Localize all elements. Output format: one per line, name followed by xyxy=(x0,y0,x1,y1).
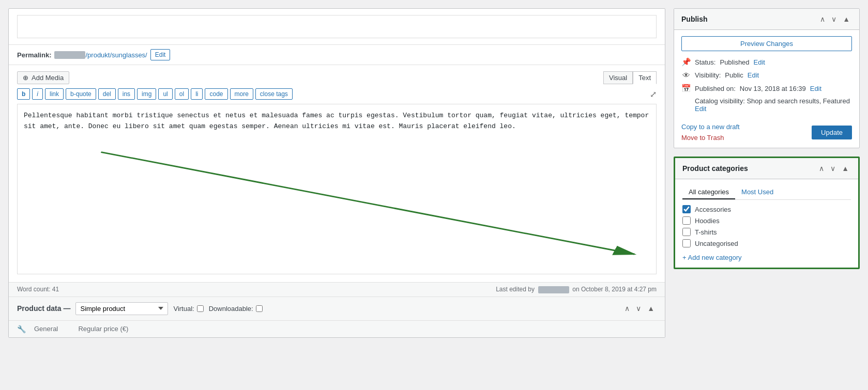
visibility-label: Visibility: xyxy=(695,71,721,79)
category-tshirts-checkbox[interactable] xyxy=(682,228,691,236)
last-edited: Last edited by on October 8, 2019 at 4:2… xyxy=(496,286,657,293)
permalink-edit-button[interactable]: Edit xyxy=(150,49,171,60)
publish-panel: Publish ∧ ∨ ▲ Preview Changes 📌 Status: … xyxy=(674,8,860,148)
category-hoodies[interactable]: Hoodies xyxy=(682,216,851,225)
regular-price-label: Regular price (€) xyxy=(78,325,128,333)
categories-tabs: All categories Most Used xyxy=(682,185,851,200)
publish-panel-header: Publish ∧ ∨ ▲ xyxy=(674,9,859,30)
format-bar: b i link b-quote del ins img ul ol li co… xyxy=(17,88,657,100)
categories-panel-collapse[interactable]: ▲ xyxy=(840,163,851,174)
general-row: 🔧 General Regular price (€) xyxy=(9,320,665,337)
update-button[interactable]: Update xyxy=(812,126,852,139)
category-uncategorised[interactable]: Uncategorised xyxy=(682,239,851,247)
product-data-bar: Product data — Simple product Grouped pr… xyxy=(9,297,665,320)
published-on-edit-link[interactable]: Edit xyxy=(810,85,821,92)
all-categories-tab[interactable]: All categories xyxy=(682,185,735,199)
fmt-more-button[interactable]: more xyxy=(230,88,253,100)
fmt-close-tags-button[interactable]: close tags xyxy=(255,88,293,100)
sidebar: Publish ∧ ∨ ▲ Preview Changes 📌 Status: … xyxy=(674,8,860,338)
category-tshirts[interactable]: T-shirts xyxy=(682,228,851,236)
most-used-tab[interactable]: Most Used xyxy=(735,185,780,199)
fmt-link-button[interactable]: link xyxy=(45,88,64,100)
fullscreen-button[interactable]: ⤢ xyxy=(650,89,657,99)
fmt-del-button[interactable]: del xyxy=(98,88,116,100)
post-title-input[interactable]: Sunglasses xyxy=(17,15,657,38)
virtual-checkbox[interactable] xyxy=(197,305,204,312)
word-count-value: 41 xyxy=(52,286,59,293)
add-new-category-link[interactable]: + Add new category xyxy=(682,254,742,261)
fmt-li-button[interactable]: li xyxy=(191,88,203,100)
fmt-i-button[interactable]: i xyxy=(32,88,43,100)
general-icon: 🔧 xyxy=(17,325,26,333)
visual-tab[interactable]: Visual xyxy=(603,71,633,84)
publish-panel-down[interactable]: ∨ xyxy=(829,14,839,24)
status-icon: 📌 xyxy=(681,57,691,67)
permalink-url[interactable]: ​/produkt/sunglasses/ xyxy=(54,51,147,59)
post-editor: Sunglasses Permalink: ​/produkt/sunglass… xyxy=(8,8,665,338)
move-trash-link[interactable]: Move to Trash xyxy=(681,134,724,142)
categories-panel-body: All categories Most Used Accessories Hoo… xyxy=(675,179,858,268)
editor-textarea[interactable]: Pellentesque habitant morbi tristique se… xyxy=(17,104,657,274)
word-count: Word count: 41 xyxy=(17,286,59,293)
categories-panel-header: Product categories ∧ ∨ ▲ xyxy=(675,158,858,179)
editor-section: ⊕ Add Media Visual Text b i link b-quote… xyxy=(9,65,665,282)
visibility-row: 👁 Visibility: Public Edit xyxy=(681,71,852,80)
product-categories-panel: Product categories ∧ ∨ ▲ All categories … xyxy=(674,157,860,269)
visibility-value: Public xyxy=(725,71,743,79)
fmt-b-button[interactable]: b xyxy=(17,88,30,100)
fmt-img-button[interactable]: img xyxy=(137,88,156,100)
product-data-down[interactable]: ∨ xyxy=(634,303,643,314)
category-hoodies-label: Hoodies xyxy=(695,217,720,225)
editor-footer: Word count: 41 Last edited by on October… xyxy=(9,282,665,297)
status-label: Status: xyxy=(695,58,715,66)
catalog-vis-row: Catalog visibility: Shop and search resu… xyxy=(681,97,852,113)
visibility-edit-link[interactable]: Edit xyxy=(748,71,759,79)
category-hoodies-checkbox[interactable] xyxy=(682,216,691,225)
product-data-text: Product data xyxy=(17,304,62,313)
fmt-ul-button[interactable]: ul xyxy=(158,88,172,100)
categories-panel-down[interactable]: ∨ xyxy=(828,163,837,174)
publish-panel-up[interactable]: ∧ xyxy=(818,14,827,24)
product-type-select[interactable]: Simple product Grouped product External/… xyxy=(75,302,168,315)
status-edit-link[interactable]: Edit xyxy=(754,58,765,66)
permalink-row: Permalink: ​/produkt/sunglasses/ Edit xyxy=(9,45,665,65)
categories-panel-controls: ∧ ∨ ▲ xyxy=(817,163,851,174)
category-accessories[interactable]: Accessories xyxy=(682,205,851,213)
categories-panel-up[interactable]: ∧ xyxy=(817,163,826,174)
general-label: General xyxy=(34,325,58,333)
publish-panel-body: Preview Changes 📌 Status: Published Edit… xyxy=(674,30,859,148)
fmt-bquote-button[interactable]: b-quote xyxy=(66,88,96,100)
category-accessories-checkbox[interactable] xyxy=(682,205,691,213)
title-section: Sunglasses xyxy=(9,9,665,45)
add-media-label: Add Media xyxy=(32,74,64,82)
publish-panel-controls: ∧ ∨ ▲ xyxy=(818,14,852,24)
publish-panel-title: Publish xyxy=(681,15,818,23)
fmt-ol-button[interactable]: ol xyxy=(175,88,189,100)
editor-toolbar-top: ⊕ Add Media Visual Text xyxy=(17,71,657,84)
category-accessories-label: Accessories xyxy=(695,206,731,213)
category-uncategorised-checkbox[interactable] xyxy=(682,239,691,247)
preview-changes-button[interactable]: Preview Changes xyxy=(681,36,852,51)
publish-footer-links: Copy to a new draft Move to Trash xyxy=(681,123,740,142)
permalink-path: /produkt/sunglasses/ xyxy=(85,51,147,59)
virtual-label: Virtual: xyxy=(173,305,203,313)
text-tab[interactable]: Text xyxy=(633,71,657,84)
fmt-ins-button[interactable]: ins xyxy=(118,88,135,100)
category-list: Accessories Hoodies T-shirts Uncategoris… xyxy=(682,205,851,247)
fmt-code-button[interactable]: code xyxy=(205,88,227,100)
product-data-up[interactable]: ∧ xyxy=(622,303,632,314)
last-edited-suffix: on October 8, 2019 at 4:27 pm xyxy=(572,286,657,293)
permalink-label: Permalink: xyxy=(17,51,51,59)
published-on-value: Nov 13, 2018 at 16:39 xyxy=(740,85,806,92)
published-on-row: 📅 Published on: Nov 13, 2018 at 16:39 Ed… xyxy=(681,84,852,93)
add-media-button[interactable]: ⊕ Add Media xyxy=(17,71,69,84)
catalog-vis-edit-link[interactable]: Edit xyxy=(695,105,706,113)
visual-text-tabs: Visual Text xyxy=(603,71,657,84)
downloadable-checkbox[interactable] xyxy=(256,305,263,312)
publish-panel-collapse[interactable]: ▲ xyxy=(841,14,852,24)
add-media-icon: ⊕ xyxy=(23,74,28,82)
last-edited-prefix: Last edited by xyxy=(496,286,535,293)
status-row: 📌 Status: Published Edit xyxy=(681,57,852,67)
product-data-close[interactable]: ▲ xyxy=(645,303,657,314)
copy-draft-link[interactable]: Copy to a new draft xyxy=(681,123,740,131)
